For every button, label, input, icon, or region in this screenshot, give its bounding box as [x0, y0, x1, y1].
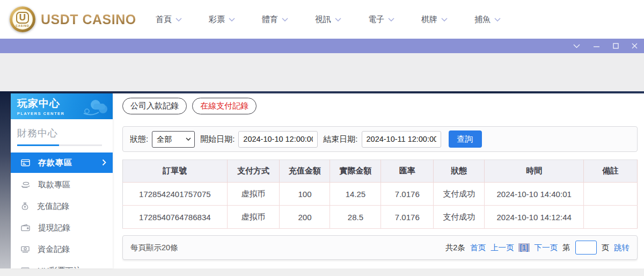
- table-cell: 支付成功: [434, 183, 485, 206]
- chevron-down-icon: [175, 18, 182, 21]
- page-size-text: 每頁顯示20條: [130, 243, 178, 253]
- table-cell: [584, 183, 638, 206]
- section-underline: [17, 144, 102, 146]
- sidebar-section: 財務中心: [11, 119, 113, 146]
- nav-item-label: 電子: [368, 14, 384, 25]
- nav-item-sports[interactable]: 體育: [262, 14, 288, 25]
- table-header-cell: 備註: [584, 160, 638, 183]
- sidebar: 玩家中心 PLAYERS CENTER 財務中心 存款專區取款專區充值記錄提現記…: [11, 93, 113, 268]
- table-cell: 28.5: [330, 206, 381, 229]
- collapse-chevron-icon[interactable]: [573, 44, 580, 48]
- start-date-input[interactable]: [238, 131, 318, 148]
- first-page-link[interactable]: 首页: [470, 243, 486, 253]
- current-page-indicator: [1]: [518, 243, 529, 252]
- table-cell: 1728540764786834: [123, 206, 228, 229]
- nav-item-label: 棋牌: [421, 14, 437, 25]
- table-header-cell: 充值金額: [280, 160, 330, 183]
- brand-logo[interactable]: U CASINO USDT CASINO: [10, 6, 143, 32]
- table-header-cell: 狀態: [434, 160, 485, 183]
- nav-item-label: 捕魚: [474, 14, 491, 25]
- bottom-edge-strip: [0, 268, 644, 276]
- banner-spacer: [0, 53, 644, 91]
- sidebar-item-withdrawal-records[interactable]: 提現記錄: [11, 217, 113, 238]
- table-header-cell: 實際金額: [330, 160, 381, 183]
- prev-page-link[interactable]: 上一页: [491, 243, 514, 253]
- table-cell: 14.25: [330, 183, 381, 206]
- pagination-bar: 每頁顯示20條 共2条 首页 上一页 [1] 下一页 第 页 跳转: [122, 235, 638, 260]
- table-header-cell: 匯率: [381, 160, 434, 183]
- table-cell: 100: [280, 183, 330, 206]
- chevron-down-icon: [388, 18, 394, 21]
- chevron-down-icon: [494, 18, 501, 21]
- sidebar-item-label: 提現記錄: [38, 223, 70, 233]
- nav-item-label: 彩票: [209, 14, 225, 25]
- table-cell: 支付成功: [434, 206, 485, 229]
- logo-sub-text: CASINO: [16, 24, 29, 27]
- main-nav: 首頁彩票體育視訊電子棋牌捕魚: [156, 14, 501, 25]
- record-tabs: 公司入款記錄在線支付記錄: [122, 98, 638, 114]
- table-cell: 2024-10-10 14:40:01: [485, 183, 584, 206]
- nav-item-label: 視訊: [315, 14, 331, 25]
- filter-bar: 狀態: 全部 開始日期: 結束日期: 查詢: [122, 126, 638, 152]
- status-label: 狀態:: [130, 134, 148, 144]
- table-row: 1728542401757075虚拟币10014.257.0176支付成功202…: [123, 183, 638, 206]
- total-count-text: 共2条: [445, 243, 465, 253]
- table-header-cell: 時間: [485, 160, 584, 183]
- sidebar-item-funds-records[interactable]: 資金記錄: [11, 238, 113, 260]
- nav-item-fishing[interactable]: 捕魚: [474, 14, 501, 25]
- sidebar-item-label: 充值記錄: [37, 201, 69, 212]
- left-edge-strip: [0, 93, 11, 268]
- brand-logo-icon: U CASINO: [10, 6, 35, 32]
- sidebar-item-withdraw-zone[interactable]: 取款專區: [11, 174, 113, 195]
- chevron-down-icon: [282, 18, 288, 21]
- withdraw-hand-icon: [21, 181, 30, 188]
- next-page-link[interactable]: 下一页: [535, 243, 558, 253]
- close-icon[interactable]: [632, 43, 638, 49]
- nav-item-slots[interactable]: 電子: [368, 14, 394, 25]
- gamepad-decoration-icon: [79, 95, 109, 118]
- table-cell: [584, 206, 638, 229]
- money-bag-icon: [21, 202, 29, 210]
- main-area: 玩家中心 PLAYERS CENTER 財務中心 存款專區取款專區充值記錄提現記…: [0, 91, 644, 268]
- table-cell: 1728542401757075: [123, 183, 228, 206]
- deposit-card-icon: [21, 159, 30, 166]
- finance-center-label: 財務中心: [17, 127, 113, 140]
- sidebar-item-label: HH彩票下注: [38, 266, 82, 269]
- chevron-down-icon: [335, 18, 341, 21]
- sidebar-item-deposit-zone[interactable]: 存款專區: [11, 152, 113, 173]
- nav-item-lottery[interactable]: 彩票: [209, 14, 235, 25]
- table-cell: 7.0176: [381, 183, 434, 206]
- status-select[interactable]: 全部: [152, 131, 195, 148]
- content-panel: 公司入款記錄在線支付記錄 狀態: 全部 開始日期: 結束日期: 查詢 訂單號支付…: [122, 98, 638, 260]
- jump-suffix-label: 页: [602, 243, 610, 253]
- sidebar-item-label: 資金記錄: [38, 244, 70, 255]
- sidebar-header: 玩家中心 PLAYERS CENTER: [11, 93, 113, 119]
- jump-action-link[interactable]: 跳转: [614, 243, 630, 253]
- table-cell: 2024-10-10 14:12:44: [485, 206, 584, 229]
- tab-online-payment-records[interactable]: 在線支付記錄: [192, 98, 257, 114]
- search-button[interactable]: 查詢: [449, 130, 482, 148]
- nav-item-home[interactable]: 首頁: [156, 14, 182, 25]
- sidebar-item-label: 取款專區: [38, 180, 70, 190]
- sidebar-item-recharge-records[interactable]: 充值記錄: [11, 195, 113, 217]
- chevron-down-icon: [441, 18, 448, 21]
- sidebar-item-hh-lottery-bets[interactable]: HH彩票下注: [11, 260, 113, 268]
- page-jump-input[interactable]: [575, 241, 597, 255]
- maximize-icon[interactable]: [613, 43, 619, 49]
- nav-item-board-games[interactable]: 棋牌: [421, 14, 448, 25]
- table-header-row: 訂單號支付方式充值金額實際金額匯率狀態時間備註: [123, 160, 638, 183]
- brand-name: USDT CASINO: [41, 12, 136, 27]
- nav-item-live-video[interactable]: 視訊: [315, 14, 341, 25]
- records-table: 訂單號支付方式充值金額實際金額匯率狀態時間備註 1728542401757075…: [122, 159, 638, 229]
- page: U CASINO USDT CASINO 首頁彩票體育視訊電子棋牌捕魚: [0, 0, 644, 276]
- minimize-icon[interactable]: [593, 44, 600, 48]
- nav-item-label: 首頁: [156, 14, 172, 25]
- jump-prefix-label: 第: [562, 243, 570, 253]
- end-date-label: 結束日期:: [323, 134, 357, 144]
- table-header-cell: 訂單號: [123, 160, 228, 183]
- tab-company-deposit-records[interactable]: 公司入款記錄: [122, 98, 187, 114]
- sidebar-item-label: 存款專區: [38, 158, 72, 168]
- end-date-input[interactable]: [362, 131, 441, 148]
- table-cell: 虚拟币: [227, 183, 280, 206]
- nav-item-label: 體育: [262, 14, 278, 25]
